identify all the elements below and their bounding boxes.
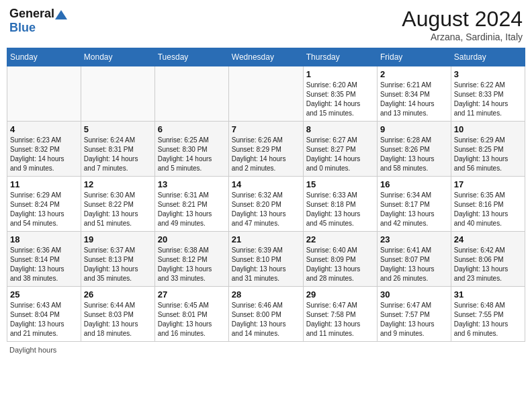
day-of-week-wednesday: Wednesday	[228, 48, 303, 66]
day-number: 5	[84, 124, 152, 134]
day-info: Sunrise: 6:40 AM Sunset: 8:09 PM Dayligh…	[306, 246, 374, 283]
day-number: 27	[158, 289, 226, 300]
day-info: Sunrise: 6:28 AM Sunset: 8:26 PM Dayligh…	[380, 136, 448, 173]
day-number: 2	[380, 69, 448, 79]
day-info: Sunrise: 6:44 AM Sunset: 8:03 PM Dayligh…	[84, 301, 152, 338]
day-number: 8	[306, 124, 374, 134]
calendar-cell	[81, 66, 154, 122]
calendar-cell: 20Sunrise: 6:38 AM Sunset: 8:12 PM Dayli…	[154, 232, 228, 287]
day-info: Sunrise: 6:46 AM Sunset: 8:00 PM Dayligh…	[232, 301, 300, 338]
calendar-cell: 12Sunrise: 6:30 AM Sunset: 8:22 PM Dayli…	[81, 177, 154, 232]
day-info: Sunrise: 6:22 AM Sunset: 8:33 PM Dayligh…	[454, 81, 522, 118]
day-number: 16	[380, 179, 448, 189]
day-info: Sunrise: 6:26 AM Sunset: 8:29 PM Dayligh…	[232, 136, 300, 173]
location: Arzana, Sardinia, Italy	[402, 32, 523, 42]
day-number: 30	[380, 289, 448, 300]
day-of-week-sunday: Sunday	[7, 48, 81, 66]
day-info: Sunrise: 6:36 AM Sunset: 8:14 PM Dayligh…	[10, 246, 78, 283]
calendar-cell: 3Sunrise: 6:22 AM Sunset: 8:33 PM Daylig…	[451, 66, 525, 122]
calendar-cell: 8Sunrise: 6:27 AM Sunset: 8:27 PM Daylig…	[303, 122, 377, 177]
calendar-cell: 2Sunrise: 6:21 AM Sunset: 8:34 PM Daylig…	[378, 66, 451, 122]
day-info: Sunrise: 6:38 AM Sunset: 8:12 PM Dayligh…	[158, 246, 226, 283]
day-number: 12	[84, 179, 152, 189]
page-header: General Blue August 2024 Arzana, Sardini…	[7, 7, 525, 42]
day-info: Sunrise: 6:33 AM Sunset: 8:18 PM Dayligh…	[306, 191, 374, 228]
calendar-cell: 27Sunrise: 6:45 AM Sunset: 8:01 PM Dayli…	[154, 287, 228, 342]
calendar-cell: 7Sunrise: 6:26 AM Sunset: 8:29 PM Daylig…	[228, 122, 303, 177]
day-number: 3	[454, 69, 522, 79]
day-of-week-friday: Friday	[378, 48, 451, 66]
day-number: 31	[454, 289, 522, 300]
day-info: Sunrise: 6:47 AM Sunset: 7:57 PM Dayligh…	[380, 301, 448, 338]
day-info: Sunrise: 6:34 AM Sunset: 8:17 PM Dayligh…	[380, 191, 448, 228]
day-number: 19	[84, 234, 152, 244]
calendar-cell: 26Sunrise: 6:44 AM Sunset: 8:03 PM Dayli…	[81, 287, 154, 342]
day-info: Sunrise: 6:20 AM Sunset: 8:35 PM Dayligh…	[306, 81, 374, 118]
day-number: 4	[10, 124, 78, 134]
calendar-cell: 25Sunrise: 6:43 AM Sunset: 8:04 PM Dayli…	[7, 287, 81, 342]
day-number: 15	[306, 179, 374, 189]
day-info: Sunrise: 6:37 AM Sunset: 8:13 PM Dayligh…	[84, 246, 152, 283]
calendar-cell: 18Sunrise: 6:36 AM Sunset: 8:14 PM Dayli…	[7, 232, 81, 287]
logo-icon	[55, 10, 67, 19]
day-of-week-monday: Monday	[81, 48, 154, 66]
day-info: Sunrise: 6:24 AM Sunset: 8:31 PM Dayligh…	[84, 136, 152, 173]
day-number: 17	[454, 179, 522, 189]
day-number: 24	[454, 234, 522, 244]
day-info: Sunrise: 6:29 AM Sunset: 8:24 PM Dayligh…	[10, 191, 78, 228]
footer-note: Daylight hours	[7, 346, 525, 354]
week-row-2: 4Sunrise: 6:23 AM Sunset: 8:32 PM Daylig…	[7, 122, 525, 177]
calendar-cell: 31Sunrise: 6:48 AM Sunset: 7:55 PM Dayli…	[451, 287, 525, 342]
day-of-week-thursday: Thursday	[303, 48, 377, 66]
calendar-cell: 21Sunrise: 6:39 AM Sunset: 8:10 PM Dayli…	[228, 232, 303, 287]
logo-general: General	[9, 7, 54, 20]
calendar-cell: 15Sunrise: 6:33 AM Sunset: 8:18 PM Dayli…	[303, 177, 377, 232]
calendar-header-row: SundayMondayTuesdayWednesdayThursdayFrid…	[7, 48, 525, 66]
day-info: Sunrise: 6:43 AM Sunset: 8:04 PM Dayligh…	[10, 301, 78, 338]
day-number: 6	[158, 124, 226, 134]
day-info: Sunrise: 6:35 AM Sunset: 8:16 PM Dayligh…	[454, 191, 522, 228]
calendar-cell: 14Sunrise: 6:32 AM Sunset: 8:20 PM Dayli…	[228, 177, 303, 232]
day-of-week-saturday: Saturday	[451, 48, 525, 66]
week-row-4: 18Sunrise: 6:36 AM Sunset: 8:14 PM Dayli…	[7, 232, 525, 287]
calendar-cell: 11Sunrise: 6:29 AM Sunset: 8:24 PM Dayli…	[7, 177, 81, 232]
day-number: 10	[454, 124, 522, 134]
day-info: Sunrise: 6:39 AM Sunset: 8:10 PM Dayligh…	[232, 246, 300, 283]
day-info: Sunrise: 6:25 AM Sunset: 8:30 PM Dayligh…	[158, 136, 226, 173]
day-info: Sunrise: 6:42 AM Sunset: 8:06 PM Dayligh…	[454, 246, 522, 283]
day-info: Sunrise: 6:29 AM Sunset: 8:25 PM Dayligh…	[454, 136, 522, 173]
month-year: August 2024	[402, 7, 523, 32]
week-row-3: 11Sunrise: 6:29 AM Sunset: 8:24 PM Dayli…	[7, 177, 525, 232]
day-number: 25	[10, 289, 78, 300]
day-number: 13	[158, 179, 226, 189]
day-number: 18	[10, 234, 78, 244]
calendar-cell: 4Sunrise: 6:23 AM Sunset: 8:32 PM Daylig…	[7, 122, 81, 177]
calendar-cell	[228, 66, 303, 122]
title-section: August 2024 Arzana, Sardinia, Italy	[402, 7, 523, 42]
day-number: 22	[306, 234, 374, 244]
calendar-cell	[7, 66, 81, 122]
day-of-week-tuesday: Tuesday	[154, 48, 228, 66]
calendar-cell: 6Sunrise: 6:25 AM Sunset: 8:30 PM Daylig…	[154, 122, 228, 177]
week-row-5: 25Sunrise: 6:43 AM Sunset: 8:04 PM Dayli…	[7, 287, 525, 342]
calendar-cell: 16Sunrise: 6:34 AM Sunset: 8:17 PM Dayli…	[378, 177, 451, 232]
calendar-cell: 19Sunrise: 6:37 AM Sunset: 8:13 PM Dayli…	[81, 232, 154, 287]
calendar-cell: 30Sunrise: 6:47 AM Sunset: 7:57 PM Dayli…	[378, 287, 451, 342]
calendar-cell: 17Sunrise: 6:35 AM Sunset: 8:16 PM Dayli…	[451, 177, 525, 232]
logo: General Blue	[9, 7, 68, 35]
calendar-cell: 5Sunrise: 6:24 AM Sunset: 8:31 PM Daylig…	[81, 122, 154, 177]
day-info: Sunrise: 6:30 AM Sunset: 8:22 PM Dayligh…	[84, 191, 152, 228]
day-number: 21	[232, 234, 300, 244]
calendar-cell	[154, 66, 228, 122]
day-number: 20	[158, 234, 226, 244]
calendar-cell: 29Sunrise: 6:47 AM Sunset: 7:58 PM Dayli…	[303, 287, 377, 342]
day-number: 23	[380, 234, 448, 244]
day-number: 7	[232, 124, 300, 134]
day-number: 9	[380, 124, 448, 134]
week-row-1: 1Sunrise: 6:20 AM Sunset: 8:35 PM Daylig…	[7, 66, 525, 122]
calendar-cell: 23Sunrise: 6:41 AM Sunset: 8:07 PM Dayli…	[378, 232, 451, 287]
calendar-table: SundayMondayTuesdayWednesdayThursdayFrid…	[7, 48, 525, 342]
day-info: Sunrise: 6:47 AM Sunset: 7:58 PM Dayligh…	[306, 301, 374, 338]
calendar-cell: 22Sunrise: 6:40 AM Sunset: 8:09 PM Dayli…	[303, 232, 377, 287]
day-info: Sunrise: 6:21 AM Sunset: 8:34 PM Dayligh…	[380, 81, 448, 118]
